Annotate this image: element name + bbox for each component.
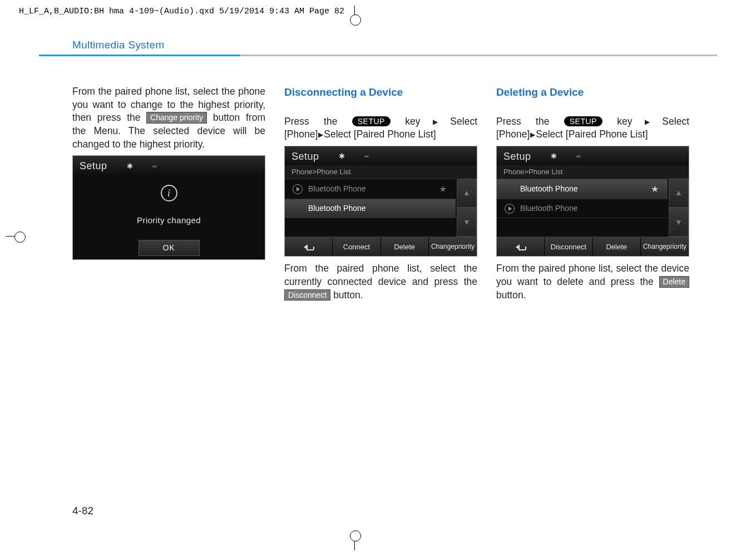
- bluetooth-icon: ✱: [339, 151, 345, 161]
- info-icon: i: [161, 185, 177, 201]
- setup-key-chip: SETUP: [352, 116, 391, 127]
- col3-text-a: Press the: [496, 116, 564, 127]
- delete-chip: Delete: [659, 276, 689, 288]
- shot3-title: Setup: [503, 150, 531, 163]
- phone-list-item-selected[interactable]: Bluetooth Phone ★: [497, 179, 668, 199]
- col2-p2b: button.: [333, 289, 363, 301]
- back-button[interactable]: [497, 237, 545, 256]
- back-arrow-icon: [304, 243, 314, 250]
- col2-text-b: key: [405, 116, 420, 127]
- change-priority-l1: Change: [643, 243, 666, 250]
- delete-button[interactable]: Delete: [593, 237, 641, 256]
- phone-label: Bluetooth Phone: [520, 184, 645, 194]
- playing-icon: [505, 204, 515, 214]
- col3-heading: Deleting a Device: [496, 85, 689, 100]
- scroll-up-button[interactable]: ▲: [669, 179, 689, 208]
- bluetooth-icon: ✱: [551, 151, 557, 161]
- back-arrow-icon: [516, 243, 526, 250]
- crop-mark-bottom: [350, 534, 360, 556]
- shot1-message: Priority changed: [73, 215, 265, 226]
- col2-paragraph2: From the paired phone list, select the c…: [284, 262, 477, 302]
- scroll-up-button[interactable]: ▲: [457, 179, 477, 208]
- change-priority-button[interactable]: Change priority: [641, 237, 689, 256]
- playing-icon: [293, 184, 303, 194]
- disconnect-chip: Disconnect: [284, 289, 330, 301]
- change-priority-chip: Change priority: [146, 112, 207, 124]
- scroll-down-button[interactable]: ▼: [457, 208, 477, 237]
- shot2-titlebar: Setup ✱ ⎓: [285, 146, 477, 165]
- col2-text-d: Select [Paired Phone List]: [324, 129, 436, 140]
- col2-heading: Disconnecting a Device: [284, 85, 477, 100]
- shot2-title: Setup: [291, 150, 319, 163]
- page-number: 4-82: [72, 505, 93, 517]
- triangle-icon: ▶: [632, 118, 662, 126]
- scroll-buttons: ▲ ▼: [457, 179, 477, 237]
- screenshot-disconnect: Setup ✱ ⎓ Phone>Phone List Bluetooth Pho…: [284, 146, 477, 257]
- col1-paragraph: From the paired phone list, select the p…: [72, 85, 265, 151]
- file-header-line: H_LF_A,B_AUDIO:BH hma 4-109~(Audio).qxd …: [19, 7, 344, 16]
- usb-icon: ⎓: [364, 151, 369, 161]
- phone-list-empty-row: [285, 218, 456, 237]
- phone-list-item-selected[interactable]: Bluetooth Phone: [285, 199, 456, 218]
- usb-icon: ⎓: [576, 151, 581, 161]
- scroll-buttons: ▲ ▼: [669, 179, 689, 237]
- triangle-icon: ▶: [318, 131, 324, 139]
- shot1-title: Setup: [80, 159, 107, 173]
- triangle-icon: ▶: [530, 131, 536, 139]
- screenshot-priority-changed: Setup ✱ ⎓ i Priority changed OK: [72, 155, 265, 259]
- phone-list-item[interactable]: Bluetooth Phone: [497, 199, 668, 218]
- shot3-breadcrumb: Phone>Phone List: [497, 165, 689, 179]
- col3-text-b: key: [617, 116, 632, 127]
- bluetooth-icon: ✱: [127, 161, 134, 171]
- star-icon: ★: [439, 183, 447, 195]
- change-priority-l2: priority: [666, 243, 686, 250]
- col3-p2b: button.: [496, 289, 526, 301]
- star-icon: ★: [651, 183, 659, 195]
- crop-mark-top: [350, 0, 360, 22]
- col2-text-a: Press the: [284, 116, 352, 127]
- col3-instruction: Press the SETUP key▶Select [Phone]▶Selec…: [496, 115, 689, 141]
- triangle-icon: ▶: [420, 118, 450, 126]
- section-rule: [39, 55, 717, 56]
- col2-p2a: From the paired phone list, select the c…: [284, 263, 477, 287]
- connect-button[interactable]: Connect: [333, 237, 381, 256]
- shot1-titlebar: Setup ✱ ⎓: [73, 156, 265, 175]
- phone-list-empty-row: [497, 218, 668, 237]
- shot1-ok-button[interactable]: OK: [139, 240, 200, 256]
- screenshot-delete: Setup ✱ ⎓ Phone>Phone List Bluetooth Pho…: [496, 146, 689, 257]
- delete-button[interactable]: Delete: [381, 237, 429, 256]
- phone-list-item[interactable]: Bluetooth Phone ★: [285, 179, 456, 199]
- back-button[interactable]: [285, 237, 333, 256]
- section-title: Multimedia System: [72, 39, 717, 51]
- col3-text-d: Select [Paired Phone List]: [536, 129, 648, 140]
- change-priority-l2: priority: [454, 243, 475, 250]
- disconnect-button[interactable]: Disconnect: [545, 237, 592, 256]
- change-priority-button[interactable]: Change priority: [429, 237, 477, 256]
- phone-label: Bluetooth Phone: [308, 203, 450, 214]
- phone-label: Bluetooth Phone: [520, 203, 662, 214]
- usb-icon: ⎓: [152, 161, 157, 171]
- shot2-breadcrumb: Phone>Phone List: [285, 165, 477, 179]
- crop-mark-left: [0, 232, 22, 242]
- col2-instruction: Press the SETUP key▶Select [Phone]▶Selec…: [284, 115, 477, 141]
- change-priority-l1: Change: [431, 243, 454, 250]
- shot3-titlebar: Setup ✱ ⎓: [497, 146, 689, 165]
- scroll-down-button[interactable]: ▼: [669, 208, 689, 237]
- phone-label: Bluetooth Phone: [308, 184, 433, 194]
- col3-paragraph2: From the paired phone list, select the d…: [496, 262, 689, 302]
- setup-key-chip: SETUP: [564, 116, 602, 127]
